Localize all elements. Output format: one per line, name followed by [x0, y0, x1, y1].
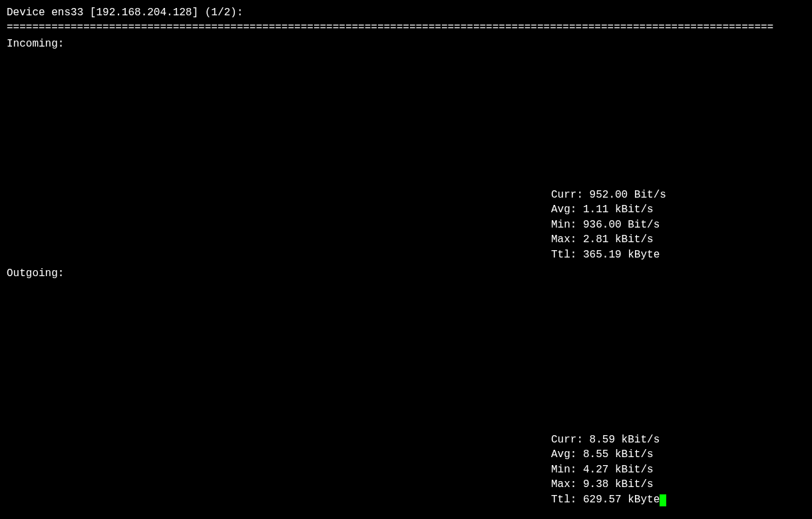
- incoming-max: Max: 2.81 kBit/s: [551, 232, 666, 247]
- incoming-ttl: Ttl: 365.19 kByte: [551, 248, 666, 262]
- separator-line: ========================================…: [7, 20, 805, 35]
- outgoing-ttl-line: Ttl: 629.57 kByte: [551, 492, 666, 507]
- outgoing-max: Max: 9.38 kBit/s: [551, 477, 666, 492]
- incoming-min: Min: 936.00 Bit/s: [551, 218, 666, 232]
- outgoing-ttl: Ttl: 629.57 kByte: [551, 494, 660, 506]
- device-counter: (1/2):: [205, 7, 244, 19]
- incoming-avg: Avg: 1.11 kBit/s: [551, 202, 666, 217]
- outgoing-avg: Avg: 8.55 kBit/s: [551, 447, 666, 462]
- device-name: ens33: [51, 7, 83, 19]
- incoming-curr: Curr: 952.00 Bit/s: [551, 188, 666, 202]
- incoming-stats: Curr: 952.00 Bit/s Avg: 1.11 kBit/s Min:…: [551, 188, 666, 262]
- outgoing-stats: Curr: 8.59 kBit/s Avg: 8.55 kBit/s Min: …: [551, 432, 666, 507]
- incoming-label: Incoming:: [7, 37, 805, 51]
- device-label: Device: [7, 7, 45, 19]
- outgoing-curr: Curr: 8.59 kBit/s: [551, 432, 666, 447]
- outgoing-min: Min: 4.27 kBit/s: [551, 462, 666, 477]
- outgoing-label: Outgoing:: [7, 266, 64, 281]
- cursor-icon: [660, 494, 666, 506]
- device-ip: [192.168.204.128]: [90, 7, 198, 19]
- device-header: Device ens33 [192.168.204.128] (1/2):: [7, 5, 805, 20]
